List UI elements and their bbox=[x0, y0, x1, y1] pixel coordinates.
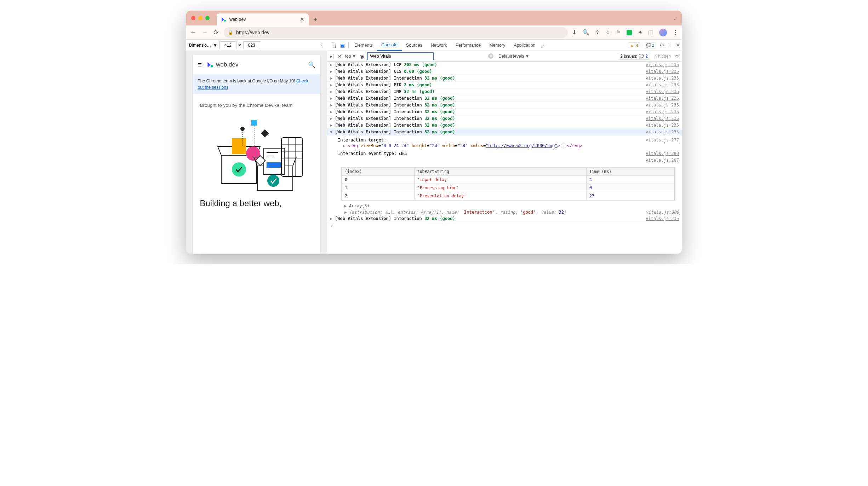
forward-button[interactable]: → bbox=[201, 29, 208, 36]
browser-menu-button[interactable]: ⋮ bbox=[673, 29, 678, 36]
warnings-badge[interactable]: ▲4 bbox=[628, 42, 640, 48]
window-close-button[interactable] bbox=[191, 16, 195, 20]
console-log-row[interactable]: ▶ [Web Vitals Extension] Interaction 32 … bbox=[327, 102, 682, 109]
disclosure-triangle-icon[interactable]: ▶ bbox=[344, 203, 348, 208]
dimensions-label[interactable]: Dimensio… bbox=[189, 43, 211, 48]
console-log-row[interactable]: ▶ [Web Vitals Extension] LCP 203 ms (goo… bbox=[327, 62, 682, 68]
more-tabs-button[interactable]: » bbox=[540, 43, 547, 48]
page-search-icon[interactable]: 🔍 bbox=[308, 61, 315, 69]
table-header[interactable]: Time (ms) bbox=[586, 168, 674, 176]
window-minimize-button[interactable] bbox=[198, 16, 202, 20]
source-link[interactable]: vitals.js:235 bbox=[646, 123, 679, 128]
disclosure-triangle-icon[interactable]: ▶ bbox=[330, 109, 333, 114]
bookmark-icon[interactable]: ☆ bbox=[605, 29, 610, 36]
source-link[interactable]: vitals.js:308 bbox=[646, 210, 679, 215]
source-link[interactable]: vitals.js:235 bbox=[646, 76, 679, 81]
tab-console[interactable]: Console bbox=[377, 40, 402, 51]
sidepanel-icon[interactable]: ◫ bbox=[648, 29, 653, 36]
disclosure-triangle-icon[interactable]: ▶ bbox=[330, 216, 333, 221]
console-log-row[interactable]: ▶ [Web Vitals Extension] INP 32 ms (good… bbox=[327, 88, 682, 95]
tab-sources[interactable]: Sources bbox=[402, 40, 427, 51]
disclosure-triangle-icon[interactable]: ▶ bbox=[343, 143, 346, 148]
share-icon[interactable]: ⇪ bbox=[595, 29, 600, 36]
new-tab-button[interactable]: ＋ bbox=[312, 15, 319, 23]
disclosure-triangle-icon[interactable]: ▶ bbox=[330, 62, 333, 67]
tab-close-button[interactable]: ✕ bbox=[300, 16, 304, 23]
source-link[interactable]: vitals.js:235 bbox=[646, 82, 679, 87]
zoom-icon[interactable]: 🔍 bbox=[582, 29, 589, 36]
console-settings-icon[interactable]: ⚙ bbox=[675, 54, 679, 59]
disclosure-triangle-icon[interactable]: ▶ bbox=[330, 116, 333, 121]
source-link[interactable]: vitals.js:280 bbox=[646, 151, 679, 156]
table-header[interactable]: subPartString bbox=[414, 168, 586, 176]
disclosure-triangle-icon[interactable]: ▶ bbox=[330, 89, 333, 94]
console-log-row[interactable]: ▶ [Web Vitals Extension] Interaction 32 … bbox=[327, 215, 682, 222]
attribution-object[interactable]: ▶{attribution: {…}, entries: Array(1), n… bbox=[327, 209, 682, 215]
source-link[interactable]: vitals.js:235 bbox=[646, 89, 679, 94]
console-sidebar-toggle-icon[interactable]: ▸| bbox=[330, 53, 334, 59]
source-link[interactable]: vitals.js:235 bbox=[646, 216, 679, 221]
console-log-row[interactable]: ▶ [Web Vitals Extension] Interaction 32 … bbox=[327, 109, 682, 115]
disclosure-triangle-icon[interactable]: ▶ bbox=[330, 96, 333, 101]
device-more-button[interactable]: ⋮ bbox=[318, 42, 324, 48]
clear-filter-button[interactable]: ✕ bbox=[488, 53, 493, 59]
console-log-row[interactable]: ▶ [Web Vitals Extension] Interaction 32 … bbox=[327, 75, 682, 82]
devtools-menu-button[interactable]: ⋮ bbox=[668, 42, 672, 48]
window-maximize-button[interactable] bbox=[205, 16, 210, 20]
devtools-settings-icon[interactable]: ⚙ bbox=[660, 42, 664, 48]
inspect-icon[interactable]: ⬚ bbox=[329, 42, 338, 48]
info-badge[interactable]: 💬2 bbox=[644, 42, 656, 48]
reload-button[interactable]: ⟳ bbox=[212, 29, 219, 36]
console-log-row[interactable]: ▶ [Web Vitals Extension] Interaction 32 … bbox=[327, 95, 682, 102]
table-header[interactable]: (index) bbox=[342, 168, 415, 176]
clear-console-icon[interactable]: ⊘ bbox=[337, 53, 342, 59]
console-log-row[interactable]: ▶ [Web Vitals Extension] CLS 0.00 (good)… bbox=[327, 68, 682, 75]
disclosure-triangle-icon[interactable]: ▶ bbox=[330, 76, 333, 81]
profile-avatar[interactable] bbox=[659, 29, 667, 36]
source-link[interactable]: vitals.js:235 bbox=[646, 116, 679, 121]
disclosure-triangle-icon[interactable]: ▶ bbox=[330, 103, 333, 108]
extensions-icon[interactable]: ✦ bbox=[638, 29, 643, 36]
flag-icon[interactable]: ⚑ bbox=[616, 29, 621, 36]
live-expression-icon[interactable]: ◉ bbox=[360, 53, 364, 59]
tab-application[interactable]: Application bbox=[509, 40, 539, 51]
disclosure-triangle-icon[interactable]: ▼ bbox=[330, 129, 333, 134]
console-filter-input[interactable] bbox=[367, 52, 434, 60]
site-logo[interactable]: web.dev bbox=[207, 61, 238, 68]
address-bar[interactable]: 🔒 https://web.dev bbox=[224, 27, 568, 38]
dimensions-dropdown-icon[interactable]: ▼ bbox=[213, 43, 217, 48]
source-link[interactable]: vitals.js:235 bbox=[646, 69, 679, 74]
tab-memory[interactable]: Memory bbox=[485, 40, 509, 51]
console-log-row[interactable]: ▶ [Web Vitals Extension] Interaction 32 … bbox=[327, 115, 682, 122]
source-link[interactable]: vitals.js:235 bbox=[646, 109, 679, 114]
disclosure-triangle-icon[interactable]: ▶ bbox=[344, 210, 348, 215]
tabs-dropdown-button[interactable]: ⌄ bbox=[673, 16, 677, 21]
tab-performance[interactable]: Performance bbox=[451, 40, 485, 51]
console-prompt[interactable]: › bbox=[327, 222, 682, 229]
tab-network[interactable]: Network bbox=[427, 40, 451, 51]
disclosure-triangle-icon[interactable]: ▶ bbox=[330, 82, 333, 87]
context-selector[interactable]: top ▼ bbox=[345, 54, 356, 59]
log-levels-selector[interactable]: Default levels ▼ bbox=[498, 54, 529, 59]
source-link[interactable]: vitals.js:235 bbox=[646, 62, 679, 67]
back-button[interactable]: ← bbox=[190, 29, 197, 36]
device-mode-icon[interactable]: ▣ bbox=[338, 42, 347, 48]
hamburger-menu-icon[interactable]: ≡ bbox=[198, 61, 202, 69]
array-summary[interactable]: ▶Array(3) bbox=[327, 203, 682, 209]
width-input[interactable] bbox=[219, 41, 236, 49]
devtools-close-button[interactable]: ✕ bbox=[676, 42, 680, 48]
height-input[interactable] bbox=[243, 41, 260, 49]
browser-tab[interactable]: web.dev ✕ bbox=[217, 13, 309, 25]
install-icon[interactable]: ⬇ bbox=[572, 29, 577, 36]
console-log-row[interactable]: ▶ [Web Vitals Extension] FID 2 ms (good)… bbox=[327, 82, 682, 88]
source-link[interactable]: vitals.js:235 bbox=[646, 129, 679, 134]
svg-element-code[interactable]: ▶<svg viewBox="0 0 24 24" height="24" wi… bbox=[338, 143, 682, 148]
disclosure-triangle-icon[interactable]: ▶ bbox=[330, 69, 333, 74]
source-link[interactable]: vitals.js:287 bbox=[646, 158, 679, 163]
issues-button[interactable]: 2 Issues: 💬2 bbox=[618, 53, 650, 60]
source-link[interactable]: vitals.js:235 bbox=[646, 96, 679, 101]
console-log-row[interactable]: ▶ [Web Vitals Extension] Interaction 32 … bbox=[327, 122, 682, 129]
source-link[interactable]: vitals.js:235 bbox=[646, 103, 679, 108]
console-log-row[interactable]: ▼ [Web Vitals Extension] Interaction 32 … bbox=[327, 129, 682, 135]
extension-green-icon[interactable] bbox=[627, 30, 632, 35]
